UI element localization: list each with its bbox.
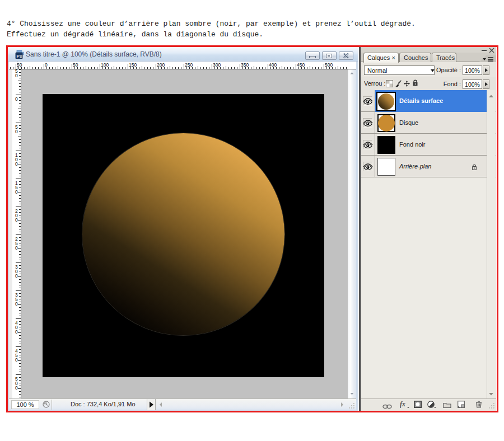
- svg-text:100: 100: [101, 62, 109, 68]
- svg-text:50: 50: [73, 62, 78, 68]
- svg-text:0: 0: [15, 329, 18, 335]
- svg-text:50: 50: [17, 62, 22, 68]
- svg-text:0: 0: [15, 129, 18, 134]
- svg-text:0: 0: [15, 273, 18, 279]
- svg-text:Ps: Ps: [17, 54, 22, 59]
- svg-text:0: 0: [45, 62, 48, 68]
- svg-text:0: 0: [15, 217, 18, 223]
- svg-text:150: 150: [129, 62, 137, 68]
- svg-text:300: 300: [213, 62, 221, 68]
- svg-text:200: 200: [157, 62, 165, 68]
- svg-text:0: 0: [15, 73, 18, 78]
- svg-text:0: 0: [15, 301, 18, 307]
- svg-text:450: 450: [297, 62, 305, 68]
- svg-text:0: 0: [15, 245, 18, 251]
- svg-text:500: 500: [325, 62, 333, 68]
- svg-text:250: 250: [185, 62, 193, 68]
- svg-text:0: 0: [15, 357, 18, 363]
- svg-text:0: 0: [15, 96, 18, 102]
- svg-text:350: 350: [241, 62, 249, 68]
- svg-text:0: 0: [15, 161, 18, 167]
- svg-text:400: 400: [269, 62, 277, 68]
- svg-text:fx: fx: [400, 401, 405, 408]
- svg-text:0: 0: [15, 189, 18, 195]
- svg-text:0: 0: [15, 385, 18, 391]
